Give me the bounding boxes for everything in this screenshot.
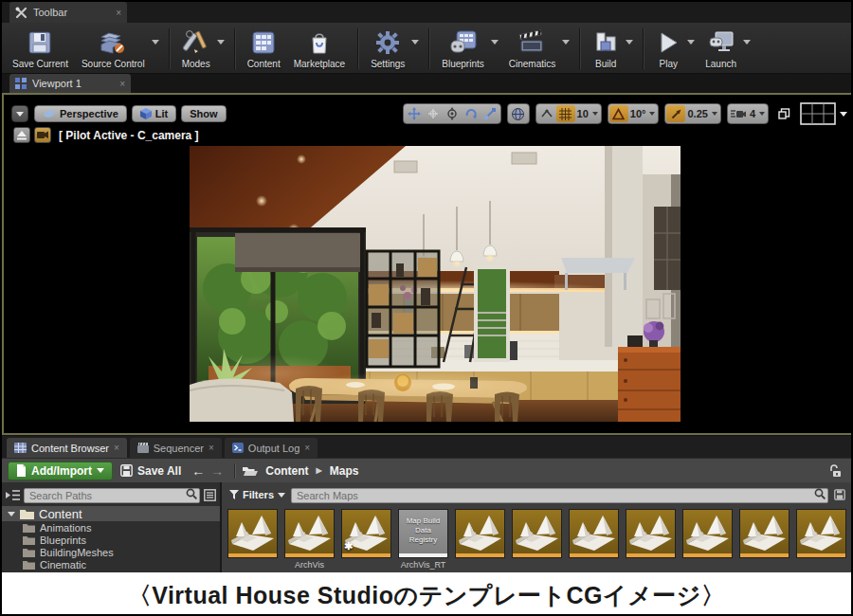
- eject-pilot-button[interactable]: [13, 127, 30, 143]
- close-icon[interactable]: ×: [119, 79, 125, 89]
- lit-button[interactable]: Lit: [132, 105, 176, 122]
- play-button[interactable]: Play: [649, 26, 687, 73]
- scale-snap-value[interactable]: 0.25: [685, 105, 718, 122]
- wrench-pencil-icon: [182, 27, 210, 58]
- rotate-tool-icon[interactable]: [462, 105, 481, 122]
- chevron-down-icon[interactable]: [687, 40, 695, 45]
- asset-tile[interactable]: ArchVis: [284, 509, 335, 571]
- show-button[interactable]: Show: [181, 105, 226, 122]
- tab-toolbar[interactable]: Toolbar ×: [9, 2, 127, 23]
- tab-viewport-1[interactable]: Viewport 1 ×: [9, 74, 131, 93]
- expand-caret-icon[interactable]: [8, 512, 15, 516]
- save-all-button[interactable]: Save All: [113, 462, 189, 480]
- close-icon[interactable]: ×: [116, 8, 121, 18]
- rotation-snap-value[interactable]: 10°: [628, 105, 658, 122]
- level-map-icon: [570, 510, 618, 553]
- lock-button[interactable]: [829, 464, 845, 478]
- launch-button[interactable]: Launch: [699, 26, 743, 73]
- chevron-down-icon[interactable]: [217, 40, 225, 45]
- asset-tile[interactable]: [512, 509, 562, 571]
- view-options-icon[interactable]: [204, 489, 216, 501]
- asset-tile[interactable]: [682, 509, 733, 571]
- save-filter-icon[interactable]: [834, 489, 845, 500]
- back-arrow-button[interactable]: ←: [189, 463, 208, 479]
- collapse-sources-icon[interactable]: [6, 489, 20, 501]
- chevron-down-icon[interactable]: [562, 40, 570, 45]
- restore-viewport-icon[interactable]: [778, 108, 790, 120]
- camera-speed-value[interactable]: 4: [748, 105, 767, 122]
- close-icon[interactable]: ×: [304, 443, 310, 453]
- camera-speed-icon[interactable]: [729, 105, 748, 122]
- search-paths-box: [24, 486, 200, 503]
- content-button[interactable]: Content: [241, 25, 287, 73]
- rotation-snap-toggle[interactable]: [609, 105, 628, 122]
- build-button[interactable]: Build: [586, 26, 626, 73]
- settings-button[interactable]: Settings: [364, 26, 411, 73]
- chevron-down-icon[interactable]: [626, 40, 633, 45]
- asset-tile[interactable]: ✱: [341, 509, 391, 571]
- combined-transform-tool-icon[interactable]: [424, 105, 443, 122]
- save-current-button[interactable]: Save Current: [6, 25, 75, 73]
- search-paths-input[interactable]: [24, 488, 200, 503]
- add-import-button[interactable]: Add/Import: [8, 462, 113, 480]
- breadcrumb-root[interactable]: Content: [265, 464, 308, 478]
- folder-content-root[interactable]: Content: [2, 506, 220, 521]
- asset-tile[interactable]: [796, 509, 846, 571]
- content-grid-icon: [250, 27, 277, 58]
- asset-tile[interactable]: [569, 509, 619, 571]
- asset-type-color-bar: [626, 553, 675, 557]
- asset-tile[interactable]: [626, 509, 676, 571]
- close-icon[interactable]: ×: [209, 443, 214, 453]
- viewport-options-button[interactable]: [11, 105, 28, 122]
- viewport-panel[interactable]: Perspective Lit Show 10: [2, 93, 853, 435]
- folder-cinematic[interactable]: Cinematic: [2, 558, 220, 571]
- chevron-down-icon[interactable]: [743, 40, 751, 45]
- asset-tile[interactable]: [739, 509, 789, 571]
- surface-snap-icon[interactable]: [537, 105, 556, 122]
- filters-button[interactable]: Filters: [229, 489, 285, 500]
- viewport-grid-icon: [15, 78, 27, 89]
- tab-output-log[interactable]: Output Log ×: [225, 438, 318, 458]
- marketplace-button[interactable]: Marketplace: [287, 25, 352, 73]
- unreal-editor-window: Toolbar × Save Current Source Control Mo…: [0, 0, 853, 616]
- folder-blueprints[interactable]: Blueprints: [2, 534, 220, 546]
- open-folder-icon: [243, 465, 258, 477]
- source-control-button[interactable]: Source Control: [75, 26, 152, 73]
- search-maps-input[interactable]: [291, 488, 828, 503]
- forward-arrow-button[interactable]: →: [208, 463, 227, 479]
- world-coordinate-group: [507, 103, 530, 124]
- tab-sequencer[interactable]: Sequencer ×: [130, 438, 222, 458]
- chevron-down-icon[interactable]: [411, 40, 419, 45]
- asset-type-color-bar: [399, 553, 447, 557]
- asset-tile[interactable]: [455, 509, 505, 571]
- sources-panel: Content Animations Blueprints BuildingMe…: [2, 482, 222, 572]
- breadcrumb-current[interactable]: Maps: [330, 464, 359, 478]
- close-icon[interactable]: ×: [114, 443, 119, 453]
- folder-buildingmeshes[interactable]: BuildingMeshes: [2, 546, 220, 558]
- content-browser-icon: [14, 443, 27, 453]
- globe-icon[interactable]: [509, 105, 528, 122]
- tab-content-browser[interactable]: Content Browser ×: [7, 438, 127, 458]
- pilot-camera-button[interactable]: [34, 127, 51, 143]
- viewport-layout-button[interactable]: [800, 102, 847, 125]
- translate-tool-icon[interactable]: [405, 105, 424, 122]
- perspective-button[interactable]: Perspective: [34, 105, 127, 122]
- map-thumbnail: ✱: [341, 509, 391, 558]
- grid-snap-value[interactable]: 10: [575, 105, 600, 122]
- scale-snap-toggle[interactable]: [666, 105, 685, 122]
- modes-button[interactable]: Modes: [175, 26, 217, 73]
- tab-toolbar-label: Toolbar: [33, 7, 67, 18]
- scale-tool-icon[interactable]: [481, 105, 499, 122]
- chevron-down-icon[interactable]: [152, 40, 159, 45]
- asset-tile[interactable]: Map Build Data Registry ArchVis_RT: [398, 509, 448, 571]
- chevron-down-icon[interactable]: [491, 40, 499, 45]
- folder-animations[interactable]: Animations: [2, 521, 220, 534]
- blueprints-button[interactable]: Blueprints: [435, 26, 490, 73]
- asset-tile[interactable]: [227, 509, 278, 571]
- asset-type-color-bar: [228, 553, 277, 557]
- level-map-icon: [228, 510, 277, 553]
- cinematics-button[interactable]: Cinematics: [502, 26, 562, 73]
- grid-snap-toggle[interactable]: [556, 105, 575, 122]
- asset-view-panel: Filters: [222, 482, 851, 572]
- rotate-select-tool-icon[interactable]: [443, 105, 462, 122]
